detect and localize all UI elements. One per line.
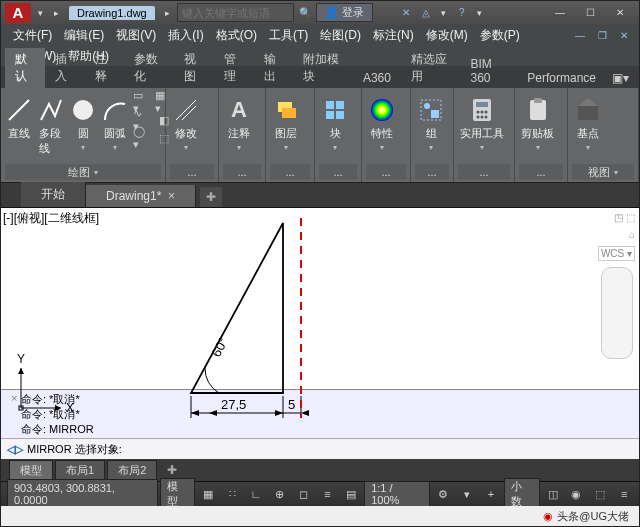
clean-icon[interactable]: ◫ <box>542 485 564 503</box>
polar-icon[interactable]: ⊕ <box>269 485 291 503</box>
gear-icon[interactable]: ⚙ <box>432 485 454 503</box>
arc-button[interactable]: 圆弧▾ <box>101 94 129 154</box>
ellipse-icon[interactable]: ◯ ▾ <box>133 130 151 146</box>
modify-button[interactable]: 修改▾ <box>170 94 202 154</box>
doc-restore-button[interactable]: ❐ <box>593 27 611 43</box>
menu-file[interactable]: 文件(F) <box>7 25 58 46</box>
ribbon-tab-performance[interactable]: Performance <box>517 68 606 88</box>
circle-button[interactable]: 圆▾ <box>69 94 97 154</box>
command-line[interactable]: ◁▷ MIRROR 选择对象: <box>1 438 639 459</box>
line-button[interactable]: 直线 <box>5 94 33 143</box>
drawing-canvas[interactable]: [-][俯视][二维线框] ◳ ⬚ ⌂ WCS ▾ X Y 60° <box>1 208 639 389</box>
svg-point-18 <box>485 111 488 114</box>
status-zoom[interactable]: 1:1 / 100% <box>364 481 430 507</box>
qat-arrow[interactable]: ▸ <box>49 6 63 20</box>
minimize-button[interactable]: — <box>545 3 575 23</box>
add-icon[interactable]: + <box>480 485 502 503</box>
sign-in-button[interactable]: 👤 登录 <box>316 3 373 22</box>
ribbon-tab-featured[interactable]: 精选应用 <box>401 48 461 88</box>
properties-label: 特性 <box>371 126 393 141</box>
ribbon-tab-addins[interactable]: 附加模块 <box>293 48 353 88</box>
osnap-icon[interactable]: ◻ <box>293 485 315 503</box>
tab-start[interactable]: 开始 <box>21 182 86 207</box>
help-search-input[interactable] <box>178 7 293 19</box>
menu-dim[interactable]: 标注(N) <box>367 25 420 46</box>
svg-line-0 <box>9 100 29 120</box>
help-dropdown[interactable]: ▾ <box>473 6 487 20</box>
svg-point-10 <box>371 99 393 121</box>
menu-modify[interactable]: 修改(M) <box>420 25 474 46</box>
ribbon-tab-parametric[interactable]: 参数化 <box>124 48 174 88</box>
properties-button[interactable]: 特性▾ <box>366 94 398 154</box>
layer-button[interactable]: 图层▾ <box>270 94 302 154</box>
clipboard-button[interactable]: 剪贴板▾ <box>519 94 556 154</box>
app-logo[interactable]: A <box>5 3 31 23</box>
ribbon-tab-manage[interactable]: 管理 <box>214 48 254 88</box>
tab-new-button[interactable]: ✚ <box>200 187 222 207</box>
doc-minimize-button[interactable]: — <box>571 27 589 43</box>
menu-format[interactable]: 格式(O) <box>210 25 263 46</box>
command-history[interactable]: × 命令: *取消* 命令: *取消* 命令: MIRROR <box>1 389 639 438</box>
layout-tab-layout2[interactable]: 布局2 <box>107 460 157 481</box>
custom-icon[interactable]: ≡ <box>613 485 635 503</box>
ribbon-tab-a360[interactable]: A360 <box>353 68 401 88</box>
polyline-button[interactable]: 多段线 <box>37 94 65 158</box>
layout-tab-model[interactable]: 模型 <box>9 460 53 481</box>
block-button[interactable]: 块▾ <box>319 94 351 154</box>
ortho-icon[interactable]: ∟ <box>245 485 267 503</box>
ribbon-tab-insert[interactable]: 插入 <box>45 48 85 88</box>
status-coords[interactable]: 903.4803, 300.8831, 0.0000 <box>7 479 158 509</box>
title-menu-arrow[interactable]: ▸ <box>161 6 175 20</box>
cmd-close-icon[interactable]: × <box>11 392 17 404</box>
hardware-icon[interactable]: ⬚ <box>589 485 611 503</box>
menu-view[interactable]: 视图(V) <box>110 25 162 46</box>
cmd-hist-line: 命令: *取消* <box>21 392 633 407</box>
footer-watermark: ◉ 头条 @UG大佬 <box>1 506 639 526</box>
command-text: MIRROR 选择对象: <box>27 442 122 457</box>
footer-brand: 头条 <box>557 509 579 524</box>
tab-close-icon[interactable]: × <box>168 189 175 203</box>
group-button[interactable]: 组▾ <box>415 94 447 154</box>
panel-block-title: ... <box>319 164 357 180</box>
doc-close-button[interactable]: ✕ <box>615 27 633 43</box>
menu-param[interactable]: 参数(P) <box>474 25 526 46</box>
a360-dropdown[interactable]: ▾ <box>437 6 451 20</box>
ribbon-tab-bim360[interactable]: BIM 360 <box>460 54 517 88</box>
search-icon[interactable]: 🔍 <box>296 5 314 21</box>
help-search[interactable] <box>177 3 294 22</box>
transparency-icon[interactable]: ▤ <box>340 485 362 503</box>
menu-tools[interactable]: 工具(T) <box>263 25 314 46</box>
qat-dropdown[interactable]: ▾ <box>33 6 47 20</box>
navigation-bar[interactable] <box>601 267 633 359</box>
lwt-icon[interactable]: ≡ <box>317 485 339 503</box>
nav-home-icon[interactable]: ⌂ <box>629 229 635 240</box>
tab-drawing1[interactable]: Drawing1* × <box>86 185 196 207</box>
ribbon-tab-output[interactable]: 输出 <box>254 48 294 88</box>
basepoint-button[interactable]: 基点▾ <box>572 94 604 154</box>
snap-icon[interactable]: ∷ <box>221 485 243 503</box>
a360-icon[interactable]: ◬ <box>417 5 435 21</box>
menu-insert[interactable]: 插入(I) <box>162 25 209 46</box>
isolate-icon[interactable]: ◉ <box>566 485 588 503</box>
ribbon-tab-view[interactable]: 视图 <box>174 48 214 88</box>
layout-add-button[interactable]: ✚ <box>159 463 185 477</box>
ribbon-tab-overflow[interactable]: ▣▾ <box>606 68 635 88</box>
layout-tab-layout1[interactable]: 布局1 <box>55 460 105 481</box>
panel-view-title[interactable]: 视图▾ <box>572 164 634 180</box>
ribbon-tab-annotate[interactable]: 注释 <box>85 48 125 88</box>
menu-draw[interactable]: 绘图(D) <box>314 25 367 46</box>
panel-draw-title[interactable]: 绘图▾ <box>5 164 161 180</box>
command-icon: ◁▷ <box>7 443 23 456</box>
svg-point-12 <box>424 103 430 109</box>
utilities-button[interactable]: 实用工具▾ <box>458 94 506 154</box>
close-button[interactable]: ✕ <box>605 3 635 23</box>
ribbon-tab-default[interactable]: 默认 <box>5 48 45 88</box>
exchange-icon[interactable]: ✕ <box>397 5 415 21</box>
more-icon[interactable]: ▾ <box>456 485 478 503</box>
annotate-button[interactable]: A 注释▾ <box>223 94 255 154</box>
annotate-label: 注释 <box>228 126 250 141</box>
maximize-button[interactable]: ☐ <box>575 3 605 23</box>
menu-edit[interactable]: 编辑(E) <box>58 25 110 46</box>
grid-icon[interactable]: ▦ <box>197 485 219 503</box>
help-icon[interactable]: ? <box>453 5 471 21</box>
